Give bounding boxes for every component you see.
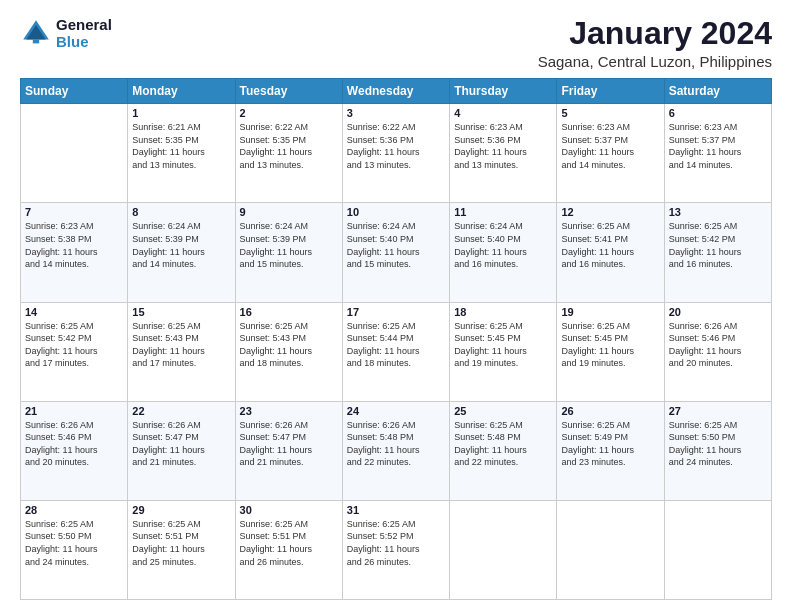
calendar-cell: 11Sunrise: 6:24 AM Sunset: 5:40 PM Dayli…: [450, 203, 557, 302]
calendar-week-row: 28Sunrise: 6:25 AM Sunset: 5:50 PM Dayli…: [21, 500, 772, 599]
day-number: 26: [561, 405, 659, 417]
calendar-cell: 15Sunrise: 6:25 AM Sunset: 5:43 PM Dayli…: [128, 302, 235, 401]
day-number: 29: [132, 504, 230, 516]
calendar-cell: [557, 500, 664, 599]
calendar-cell: 18Sunrise: 6:25 AM Sunset: 5:45 PM Dayli…: [450, 302, 557, 401]
calendar-cell: 13Sunrise: 6:25 AM Sunset: 5:42 PM Dayli…: [664, 203, 771, 302]
calendar-cell: 16Sunrise: 6:25 AM Sunset: 5:43 PM Dayli…: [235, 302, 342, 401]
calendar-week-row: 14Sunrise: 6:25 AM Sunset: 5:42 PM Dayli…: [21, 302, 772, 401]
calendar-cell: 4Sunrise: 6:23 AM Sunset: 5:36 PM Daylig…: [450, 104, 557, 203]
day-info: Sunrise: 6:26 AM Sunset: 5:47 PM Dayligh…: [240, 419, 338, 469]
logo-icon: [20, 17, 52, 49]
day-info: Sunrise: 6:25 AM Sunset: 5:43 PM Dayligh…: [240, 320, 338, 370]
main-title: January 2024: [538, 16, 772, 51]
calendar-cell: 20Sunrise: 6:26 AM Sunset: 5:46 PM Dayli…: [664, 302, 771, 401]
day-info: Sunrise: 6:25 AM Sunset: 5:49 PM Dayligh…: [561, 419, 659, 469]
day-number: 4: [454, 107, 552, 119]
day-info: Sunrise: 6:22 AM Sunset: 5:36 PM Dayligh…: [347, 121, 445, 171]
day-info: Sunrise: 6:26 AM Sunset: 5:47 PM Dayligh…: [132, 419, 230, 469]
day-number: 15: [132, 306, 230, 318]
calendar-cell: 17Sunrise: 6:25 AM Sunset: 5:44 PM Dayli…: [342, 302, 449, 401]
day-info: Sunrise: 6:25 AM Sunset: 5:45 PM Dayligh…: [561, 320, 659, 370]
day-number: 24: [347, 405, 445, 417]
logo: General Blue: [20, 16, 112, 50]
page: General Blue January 2024 Sagana, Centra…: [0, 0, 792, 612]
day-number: 12: [561, 206, 659, 218]
calendar-cell: 28Sunrise: 6:25 AM Sunset: 5:50 PM Dayli…: [21, 500, 128, 599]
day-number: 25: [454, 405, 552, 417]
day-number: 10: [347, 206, 445, 218]
day-info: Sunrise: 6:25 AM Sunset: 5:51 PM Dayligh…: [132, 518, 230, 568]
day-info: Sunrise: 6:23 AM Sunset: 5:37 PM Dayligh…: [561, 121, 659, 171]
day-info: Sunrise: 6:25 AM Sunset: 5:48 PM Dayligh…: [454, 419, 552, 469]
calendar-header-row: SundayMondayTuesdayWednesdayThursdayFrid…: [21, 79, 772, 104]
calendar-cell: 5Sunrise: 6:23 AM Sunset: 5:37 PM Daylig…: [557, 104, 664, 203]
logo-text: General Blue: [56, 16, 112, 50]
day-number: 30: [240, 504, 338, 516]
calendar-cell: 2Sunrise: 6:22 AM Sunset: 5:35 PM Daylig…: [235, 104, 342, 203]
day-info: Sunrise: 6:25 AM Sunset: 5:43 PM Dayligh…: [132, 320, 230, 370]
day-number: 9: [240, 206, 338, 218]
calendar-cell: 24Sunrise: 6:26 AM Sunset: 5:48 PM Dayli…: [342, 401, 449, 500]
calendar-header-saturday: Saturday: [664, 79, 771, 104]
day-info: Sunrise: 6:25 AM Sunset: 5:51 PM Dayligh…: [240, 518, 338, 568]
calendar-cell: 7Sunrise: 6:23 AM Sunset: 5:38 PM Daylig…: [21, 203, 128, 302]
calendar-cell: 3Sunrise: 6:22 AM Sunset: 5:36 PM Daylig…: [342, 104, 449, 203]
day-info: Sunrise: 6:25 AM Sunset: 5:45 PM Dayligh…: [454, 320, 552, 370]
calendar-header-sunday: Sunday: [21, 79, 128, 104]
day-number: 7: [25, 206, 123, 218]
calendar-cell: 31Sunrise: 6:25 AM Sunset: 5:52 PM Dayli…: [342, 500, 449, 599]
day-number: 6: [669, 107, 767, 119]
calendar-header-thursday: Thursday: [450, 79, 557, 104]
day-number: 17: [347, 306, 445, 318]
day-number: 19: [561, 306, 659, 318]
calendar-cell: [450, 500, 557, 599]
day-info: Sunrise: 6:24 AM Sunset: 5:40 PM Dayligh…: [347, 220, 445, 270]
day-info: Sunrise: 6:23 AM Sunset: 5:37 PM Dayligh…: [669, 121, 767, 171]
day-number: 5: [561, 107, 659, 119]
day-number: 22: [132, 405, 230, 417]
day-info: Sunrise: 6:26 AM Sunset: 5:48 PM Dayligh…: [347, 419, 445, 469]
day-info: Sunrise: 6:25 AM Sunset: 5:44 PM Dayligh…: [347, 320, 445, 370]
day-number: 23: [240, 405, 338, 417]
calendar-table: SundayMondayTuesdayWednesdayThursdayFrid…: [20, 78, 772, 600]
calendar-week-row: 1Sunrise: 6:21 AM Sunset: 5:35 PM Daylig…: [21, 104, 772, 203]
calendar-cell: 21Sunrise: 6:26 AM Sunset: 5:46 PM Dayli…: [21, 401, 128, 500]
calendar-week-row: 7Sunrise: 6:23 AM Sunset: 5:38 PM Daylig…: [21, 203, 772, 302]
calendar-header-wednesday: Wednesday: [342, 79, 449, 104]
calendar-header-monday: Monday: [128, 79, 235, 104]
day-number: 18: [454, 306, 552, 318]
day-info: Sunrise: 6:26 AM Sunset: 5:46 PM Dayligh…: [25, 419, 123, 469]
day-info: Sunrise: 6:24 AM Sunset: 5:39 PM Dayligh…: [132, 220, 230, 270]
calendar-week-row: 21Sunrise: 6:26 AM Sunset: 5:46 PM Dayli…: [21, 401, 772, 500]
day-number: 2: [240, 107, 338, 119]
calendar-cell: 29Sunrise: 6:25 AM Sunset: 5:51 PM Dayli…: [128, 500, 235, 599]
day-number: 3: [347, 107, 445, 119]
day-info: Sunrise: 6:25 AM Sunset: 5:41 PM Dayligh…: [561, 220, 659, 270]
day-number: 28: [25, 504, 123, 516]
day-info: Sunrise: 6:23 AM Sunset: 5:36 PM Dayligh…: [454, 121, 552, 171]
day-info: Sunrise: 6:25 AM Sunset: 5:50 PM Dayligh…: [669, 419, 767, 469]
day-number: 27: [669, 405, 767, 417]
day-info: Sunrise: 6:24 AM Sunset: 5:39 PM Dayligh…: [240, 220, 338, 270]
day-number: 11: [454, 206, 552, 218]
calendar-cell: 22Sunrise: 6:26 AM Sunset: 5:47 PM Dayli…: [128, 401, 235, 500]
header: General Blue January 2024 Sagana, Centra…: [20, 16, 772, 70]
calendar-cell: 10Sunrise: 6:24 AM Sunset: 5:40 PM Dayli…: [342, 203, 449, 302]
day-number: 13: [669, 206, 767, 218]
day-info: Sunrise: 6:25 AM Sunset: 5:42 PM Dayligh…: [669, 220, 767, 270]
calendar-header-tuesday: Tuesday: [235, 79, 342, 104]
calendar-cell: 8Sunrise: 6:24 AM Sunset: 5:39 PM Daylig…: [128, 203, 235, 302]
day-info: Sunrise: 6:25 AM Sunset: 5:52 PM Dayligh…: [347, 518, 445, 568]
calendar-cell: [21, 104, 128, 203]
day-number: 20: [669, 306, 767, 318]
calendar-cell: 12Sunrise: 6:25 AM Sunset: 5:41 PM Dayli…: [557, 203, 664, 302]
day-info: Sunrise: 6:24 AM Sunset: 5:40 PM Dayligh…: [454, 220, 552, 270]
day-info: Sunrise: 6:21 AM Sunset: 5:35 PM Dayligh…: [132, 121, 230, 171]
calendar-cell: 6Sunrise: 6:23 AM Sunset: 5:37 PM Daylig…: [664, 104, 771, 203]
title-block: January 2024 Sagana, Central Luzon, Phil…: [538, 16, 772, 70]
day-number: 16: [240, 306, 338, 318]
calendar-cell: [664, 500, 771, 599]
calendar-cell: 25Sunrise: 6:25 AM Sunset: 5:48 PM Dayli…: [450, 401, 557, 500]
calendar-cell: 26Sunrise: 6:25 AM Sunset: 5:49 PM Dayli…: [557, 401, 664, 500]
